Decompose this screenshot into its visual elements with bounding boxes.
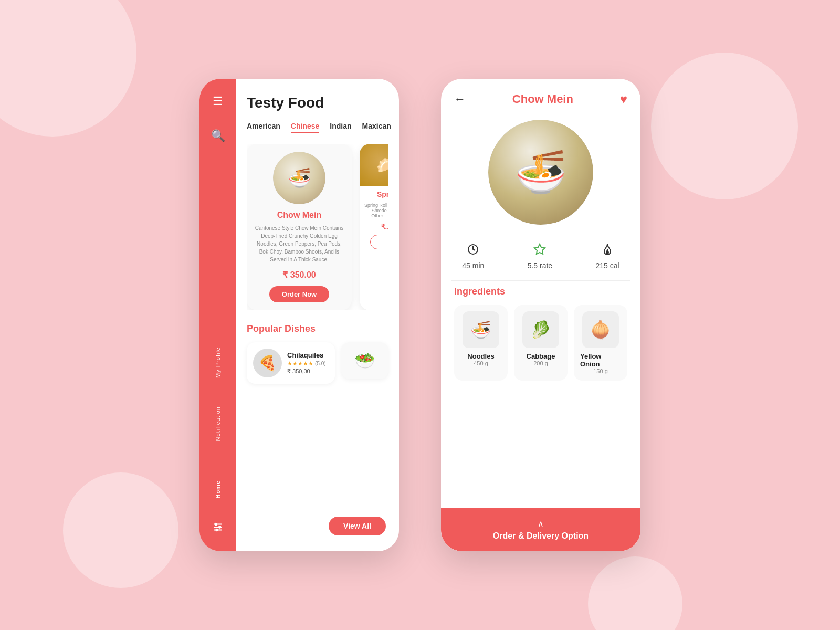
ingredient-onion: 🧅 Yellow Onion 150 g	[574, 305, 627, 381]
ingredients-section: Ingredients 🍜 Noodles 450 g 🥬 Cabbage 20…	[441, 281, 640, 388]
svg-point-5	[216, 529, 218, 531]
phones-container: ☰ 🔍 My Profile Notification Home	[200, 79, 640, 551]
sidebar-item-notification[interactable]: Notification	[215, 406, 221, 441]
sidebar-item-my-profile[interactable]: My Profile	[215, 347, 221, 378]
content-spacer	[441, 388, 640, 508]
ingredient-onion-name: Yellow Onion	[580, 352, 621, 368]
time-value: 45 min	[462, 261, 484, 270]
calories-info: 215 cal	[595, 243, 619, 270]
info-divider-1	[506, 246, 506, 267]
sidebar: ☰ 🔍 My Profile Notification Home	[200, 79, 236, 551]
ingredient-noodles-amount: 450 g	[474, 360, 488, 366]
ingredients-title: Ingredients	[454, 286, 627, 297]
food-card-partial: 🥟 Spr... Spring Roll T... Pork, Shrede..…	[360, 144, 388, 310]
menu-icon[interactable]: ☰	[213, 94, 223, 108]
rate-info: 5.5 rate	[528, 243, 552, 270]
popular-item-info: Chilaquiles ★★★★★ (5.0) ₹ 350,00	[287, 351, 326, 375]
svg-marker-7	[534, 244, 545, 254]
ingredients-row: 🍜 Noodles 450 g 🥬 Cabbage 200 g 🧅 Yellow…	[454, 305, 627, 381]
star-icon	[533, 243, 546, 259]
favorite-button[interactable]: ♥	[620, 92, 627, 107]
fire-icon	[601, 243, 614, 259]
phone1: ☰ 🔍 My Profile Notification Home	[200, 79, 399, 551]
ingredient-onion-image: 🧅	[582, 311, 619, 348]
food-card-price: ₹ 350.00	[282, 270, 316, 280]
sidebar-item-home[interactable]: Home	[215, 480, 221, 499]
dish-info-row: 45 min 5.5 rate 215 cal	[441, 235, 640, 280]
dish-image-container: 🍜	[441, 114, 640, 235]
food-cards-row: 🍜 Chow Mein Cantonese Style Chow Mein Co…	[247, 144, 388, 310]
popular-list: 🍕 Chilaquiles ★★★★★ (5.0) ₹ 350,00 🥗	[247, 342, 388, 384]
rate-value: 5.5 rate	[528, 261, 552, 270]
popular-dishes-title: Popular Dishes	[247, 323, 388, 334]
info-divider-2	[574, 246, 574, 267]
chevron-up-icon: ∧	[538, 519, 544, 529]
order-delivery-text: Order & Delivery Option	[493, 531, 589, 541]
ingredient-onion-amount: 150 g	[593, 368, 608, 374]
food-card-image: 🍜	[273, 152, 326, 204]
bg-decoration-3	[651, 52, 798, 200]
app-title: Testy Food	[247, 94, 388, 111]
food-card-chow-mein: 🍜 Chow Mein Cantonese Style Chow Mein Co…	[247, 144, 352, 310]
calories-value: 215 cal	[595, 261, 619, 270]
phone2-header: ← Chow Mein ♥	[441, 79, 640, 114]
ingredient-cabbage-image: 🥬	[522, 311, 559, 348]
popular-item-stars: ★★★★★ (5.0)	[287, 360, 326, 367]
popular-item-image: 🍕	[253, 349, 282, 377]
order-now-button[interactable]: Order Now	[269, 286, 329, 302]
dish-title: Chow Mein	[512, 92, 573, 106]
ingredient-noodles-image: 🍜	[463, 311, 499, 348]
popular-item-price: ₹ 350,00	[287, 368, 326, 375]
svg-point-3	[215, 523, 217, 526]
ingredient-cabbage: 🥬 Cabbage 200 g	[514, 305, 568, 381]
svg-point-4	[219, 526, 221, 528]
popular-item-partial: 🥗	[341, 342, 388, 379]
ingredient-noodles: 🍜 Noodles 450 g	[454, 305, 508, 381]
view-all-button[interactable]: View All	[329, 517, 386, 536]
popular-item-chilaquiles[interactable]: 🍕 Chilaquiles ★★★★★ (5.0) ₹ 350,00	[247, 342, 335, 384]
phone1-content: Testy Food American Chinese Indian Maxic…	[236, 79, 399, 551]
ingredient-cabbage-amount: 200 g	[533, 360, 548, 366]
tab-chinese[interactable]: Chinese	[291, 122, 319, 133]
dish-circle-image: 🍜	[488, 120, 593, 225]
phone2: ← Chow Mein ♥ 🍜 45 min	[441, 79, 640, 551]
food-card-description: Cantonese Style Chow Mein Contains Deep-…	[255, 224, 344, 264]
filter-icon[interactable]	[212, 521, 224, 536]
category-tabs: American Chinese Indian Maxican	[247, 122, 388, 133]
tab-indian[interactable]: Indian	[330, 122, 351, 133]
search-icon[interactable]: 🔍	[211, 129, 225, 143]
bg-decoration-2	[63, 472, 178, 588]
bg-decoration-1	[0, 0, 136, 136]
back-button[interactable]: ←	[454, 92, 466, 106]
bg-decoration-4	[588, 556, 682, 630]
clock-icon	[467, 243, 479, 259]
time-info: 45 min	[462, 243, 484, 270]
popular-item-name: Chilaquiles	[287, 351, 326, 359]
ingredient-cabbage-name: Cabbage	[527, 352, 555, 360]
order-delivery-footer[interactable]: ∧ Order & Delivery Option	[441, 508, 640, 551]
ingredient-noodles-name: Noodles	[467, 352, 494, 360]
tab-american[interactable]: American	[247, 122, 280, 133]
food-card-name: Chow Mein	[277, 211, 321, 220]
tab-maxican[interactable]: Maxican	[362, 122, 391, 133]
